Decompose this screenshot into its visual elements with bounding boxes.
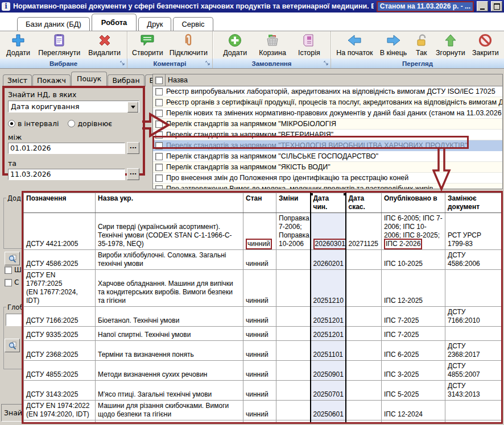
- dialog-launcher-icon[interactable]: [324, 61, 329, 66]
- cell-name[interactable]: Терміни та визначення понять: [96, 341, 243, 361]
- select-all-checkbox[interactable]: [155, 77, 163, 84]
- cell-date-cancelled[interactable]: [346, 420, 382, 424]
- column-header[interactable]: Дата скас.: [346, 193, 382, 213]
- cell-published[interactable]: ІПС 12-2024: [382, 401, 445, 420]
- tab-databases[interactable]: Бази даних (БД): [17, 17, 90, 31]
- dialog-launcher-icon[interactable]: [120, 61, 125, 66]
- cell-name[interactable]: Біоетанол. Технічні умови: [96, 307, 243, 327]
- cell-replaces[interactable]: [445, 327, 502, 341]
- cell-date-effective[interactable]: 20250601: [311, 401, 346, 420]
- tab-work[interactable]: Робота: [92, 14, 137, 31]
- cell-designation[interactable]: ДСТУ 2368:2025: [24, 341, 96, 361]
- cell-date-cancelled[interactable]: [346, 270, 382, 307]
- cell-published[interactable]: ІПС 6-2005; ІПС 7-2006; ІПС 10-2006; ІПС…: [382, 213, 445, 250]
- cell-name[interactable]: Сири тверді (український асортимент). Те…: [96, 213, 243, 250]
- list-item[interactable]: Реєстр органів з сертифікації продукції,…: [153, 97, 502, 108]
- cell-replaces[interactable]: ДСТУ 4586:2006: [445, 250, 502, 270]
- row-checkbox[interactable]: [155, 99, 163, 106]
- cell-designation[interactable]: ДСТУ 7166:2025: [24, 307, 96, 327]
- row-checkbox[interactable]: [155, 164, 163, 171]
- cell-changes[interactable]: [276, 401, 311, 420]
- cell-replaces[interactable]: [445, 270, 502, 307]
- column-header[interactable]: Опубліковано в: [382, 193, 445, 213]
- column-header[interactable]: Стан: [243, 193, 276, 213]
- cell-date-cancelled[interactable]: [346, 327, 382, 341]
- add-order-button[interactable]: Додати: [221, 32, 249, 57]
- cell-designation[interactable]: ДСТУ 4855:2025: [24, 361, 96, 381]
- cell-replaces[interactable]: РСТ УРСР 1799-83: [445, 213, 502, 250]
- yes-lock-button[interactable]: Так: [412, 32, 431, 57]
- tab-selected[interactable]: Вибран: [108, 74, 144, 86]
- add-favorite-button[interactable]: Додати: [5, 32, 32, 57]
- list-item[interactable]: Реєстр випробувальних лабораторій, акред…: [153, 86, 502, 97]
- delete-favorite-button[interactable]: Видалити: [86, 32, 122, 57]
- dialog-launcher-icon[interactable]: [205, 61, 210, 66]
- cell-published[interactable]: ІПС 2-2025: [382, 420, 445, 424]
- history-button[interactable]: Історія: [296, 32, 322, 57]
- cell-published[interactable]: ІПС 5-2025: [382, 381, 445, 401]
- go-last-button[interactable]: В кінець: [378, 32, 409, 57]
- cell-name[interactable]: Харчове обладнання. Машини для випічки т…: [96, 270, 243, 307]
- attach-comment-button[interactable]: Підключити: [168, 32, 209, 57]
- cell-changes[interactable]: [276, 270, 311, 307]
- row-checkbox[interactable]: [155, 88, 163, 95]
- minimize-button[interactable]: [477, 1, 488, 11]
- cell-published[interactable]: ІПС 7-2025: [382, 327, 445, 341]
- column-header[interactable]: Позначення: [24, 193, 96, 213]
- cell-date-cancelled[interactable]: 20271125: [346, 213, 382, 250]
- criteria-select[interactable]: Дата коригування: [8, 101, 139, 113]
- cell-designation[interactable]: ДСТУ 4421:2005: [24, 213, 96, 250]
- cell-changes[interactable]: [276, 327, 311, 341]
- column-header[interactable]: Замінює документ: [445, 193, 502, 213]
- cell-changes[interactable]: [276, 381, 311, 401]
- go-first-button[interactable]: На початок: [334, 32, 374, 57]
- cell-replaces[interactable]: ДСТУ 4855:2007: [445, 361, 502, 381]
- row-checkbox[interactable]: [155, 185, 163, 190]
- table-row[interactable]: ДСТУ EN 1974:2022 (EN 1974:2020, IDT)Маш…: [24, 401, 502, 420]
- cell-state[interactable]: чинний: [243, 381, 276, 401]
- date-from-input[interactable]: [8, 143, 125, 154]
- cell-designation[interactable]: ДСТУ 7102:2025: [24, 420, 96, 424]
- cell-state[interactable]: чинний: [243, 327, 276, 341]
- date-to-input[interactable]: [8, 169, 125, 180]
- cell-date-effective[interactable]: 20251210: [311, 270, 346, 307]
- cell-designation[interactable]: ДСТУ 3143:2025: [24, 381, 96, 401]
- table-row[interactable]: ДСТУ 4855:2025Методи визначення сухих ре…: [24, 361, 502, 381]
- column-header[interactable]: Назва укр.: [96, 193, 243, 213]
- cell-published[interactable]: ІПС 7-2025: [382, 307, 445, 327]
- cell-state[interactable]: чинний: [243, 401, 276, 420]
- radio-interval[interactable]: в інтервалі: [8, 119, 59, 128]
- cell-changes[interactable]: [276, 250, 311, 270]
- cell-changes[interactable]: [276, 307, 311, 327]
- row-checkbox[interactable]: [155, 174, 163, 182]
- maximize-button[interactable]: [491, 1, 502, 11]
- cell-date-cancelled[interactable]: [346, 401, 382, 420]
- cell-name[interactable]: Напої спиртні. Технічні умови: [96, 327, 243, 341]
- row-checkbox[interactable]: [155, 153, 163, 160]
- table-row[interactable]: ДСТУ 7102:2025Методи визначення кислотно…: [24, 420, 502, 424]
- tab-contents[interactable]: Зміст: [3, 74, 32, 86]
- list-item[interactable]: Перелік стандартів за напрямком "МІКРОБІ…: [153, 119, 502, 130]
- cell-replaces[interactable]: ДСТУ 3143:2013: [445, 381, 502, 401]
- cell-changes[interactable]: [276, 361, 311, 381]
- table-row[interactable]: ДСТУ 7166:2025Біоетанол. Технічні умович…: [24, 307, 502, 327]
- option-checkbox-2[interactable]: С: [5, 278, 19, 286]
- option-checkbox-1[interactable]: Ш: [5, 266, 22, 274]
- cell-date-effective[interactable]: 20260301: [311, 213, 346, 250]
- basket-button[interactable]: Корзина: [257, 32, 288, 57]
- cell-designation[interactable]: ДСТУ EN 1974:2022 (EN 1974:2020, IDT): [24, 401, 96, 420]
- list-item[interactable]: Перелік нових та змінених нормативно-пра…: [153, 108, 502, 119]
- cell-name[interactable]: М'ясо птиці. Загальні технічні умови: [96, 381, 243, 401]
- radio-equals[interactable]: дорівнює: [68, 119, 112, 128]
- cell-designation[interactable]: ДСТУ EN 17677:2025 (EN 17677:2024, IDT): [24, 270, 96, 307]
- cell-replaces[interactable]: ДСТУ 7102:2009: [445, 420, 502, 424]
- collapse-button[interactable]: Згорнути: [434, 32, 467, 57]
- cell-state[interactable]: чинний: [243, 420, 276, 424]
- cell-changes[interactable]: [276, 341, 311, 361]
- cell-date-cancelled[interactable]: [346, 381, 382, 401]
- cell-replaces[interactable]: ДСТУ 7166:2010: [445, 307, 502, 327]
- cell-date-effective[interactable]: 20251101: [311, 341, 346, 361]
- cell-state[interactable]: чинний: [243, 361, 276, 381]
- search-document-button[interactable]: [5, 252, 20, 265]
- cell-date-effective[interactable]: 20251201: [311, 307, 346, 327]
